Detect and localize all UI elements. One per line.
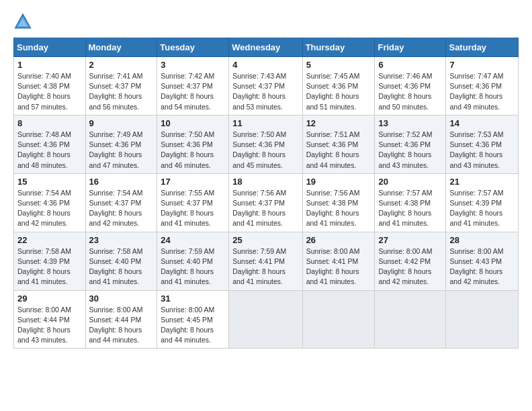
day-number: 27	[378, 235, 442, 245]
table-row: 14Sunrise: 7:53 AMSunset: 4:36 PMDayligh…	[446, 115, 519, 173]
day-number: 17	[161, 177, 225, 187]
day-number: 16	[89, 177, 154, 187]
day-info: Sunrise: 7:59 AMSunset: 4:41 PMDaylight:…	[232, 246, 298, 287]
day-number: 19	[306, 177, 371, 187]
day-info: Sunrise: 7:42 AMSunset: 4:37 PMDaylight:…	[161, 71, 225, 112]
day-number: 7	[449, 60, 515, 70]
table-row: 11Sunrise: 7:50 AMSunset: 4:36 PMDayligh…	[229, 115, 302, 173]
calendar-table: Sunday Monday Tuesday Wednesday Thursday…	[13, 38, 519, 349]
logo-icon	[13, 12, 32, 31]
table-row: 27Sunrise: 8:00 AMSunset: 4:42 PMDayligh…	[375, 232, 446, 290]
day-info: Sunrise: 8:00 AMSunset: 4:45 PMDaylight:…	[161, 305, 225, 346]
day-info: Sunrise: 7:54 AMSunset: 4:36 PMDaylight:…	[17, 188, 82, 229]
day-info: Sunrise: 7:55 AMSunset: 4:37 PMDaylight:…	[161, 188, 225, 229]
table-row: 10Sunrise: 7:50 AMSunset: 4:36 PMDayligh…	[157, 115, 229, 173]
day-number: 1	[17, 60, 82, 70]
day-info: Sunrise: 7:58 AMSunset: 4:40 PMDaylight:…	[89, 246, 154, 287]
table-row: 17Sunrise: 7:55 AMSunset: 4:37 PMDayligh…	[157, 173, 229, 232]
day-number: 13	[378, 118, 442, 128]
day-info: Sunrise: 7:59 AMSunset: 4:40 PMDaylight:…	[161, 246, 225, 287]
day-info: Sunrise: 7:52 AMSunset: 4:36 PMDaylight:…	[378, 130, 442, 171]
day-info: Sunrise: 7:56 AMSunset: 4:37 PMDaylight:…	[232, 188, 298, 229]
table-row	[229, 290, 302, 349]
day-number: 12	[306, 118, 371, 128]
table-row	[375, 290, 446, 349]
day-number: 10	[161, 118, 225, 128]
col-wednesday: Wednesday	[229, 38, 302, 57]
col-monday: Monday	[85, 38, 157, 57]
calendar-row: 8Sunrise: 7:48 AMSunset: 4:36 PMDaylight…	[14, 115, 519, 173]
table-row: 26Sunrise: 8:00 AMSunset: 4:41 PMDayligh…	[302, 232, 375, 290]
table-row: 6Sunrise: 7:46 AMSunset: 4:36 PMDaylight…	[375, 57, 446, 116]
table-row: 19Sunrise: 7:56 AMSunset: 4:38 PMDayligh…	[302, 173, 375, 232]
col-friday: Friday	[375, 38, 446, 57]
day-info: Sunrise: 8:00 AMSunset: 4:44 PMDaylight:…	[17, 305, 82, 346]
day-info: Sunrise: 7:40 AMSunset: 4:38 PMDaylight:…	[17, 71, 82, 112]
table-row: 2Sunrise: 7:41 AMSunset: 4:37 PMDaylight…	[85, 57, 157, 116]
table-row: 23Sunrise: 7:58 AMSunset: 4:40 PMDayligh…	[85, 232, 157, 290]
table-row: 3Sunrise: 7:42 AMSunset: 4:37 PMDaylight…	[157, 57, 229, 116]
day-number: 2	[89, 60, 154, 70]
day-info: Sunrise: 7:51 AMSunset: 4:36 PMDaylight:…	[306, 130, 371, 171]
day-number: 26	[306, 235, 371, 245]
table-row: 28Sunrise: 8:00 AMSunset: 4:43 PMDayligh…	[446, 232, 519, 290]
day-number: 3	[161, 60, 225, 70]
table-row: 31Sunrise: 8:00 AMSunset: 4:45 PMDayligh…	[157, 290, 229, 349]
calendar-row: 22Sunrise: 7:58 AMSunset: 4:39 PMDayligh…	[14, 232, 519, 290]
day-info: Sunrise: 7:48 AMSunset: 4:36 PMDaylight:…	[17, 130, 82, 171]
day-number: 25	[232, 235, 298, 245]
table-row: 8Sunrise: 7:48 AMSunset: 4:36 PMDaylight…	[14, 115, 86, 173]
table-row: 7Sunrise: 7:47 AMSunset: 4:36 PMDaylight…	[446, 57, 519, 116]
day-info: Sunrise: 7:50 AMSunset: 4:36 PMDaylight:…	[161, 130, 225, 171]
day-number: 30	[89, 293, 154, 304]
table-row: 20Sunrise: 7:57 AMSunset: 4:38 PMDayligh…	[375, 173, 446, 232]
table-row: 9Sunrise: 7:49 AMSunset: 4:36 PMDaylight…	[85, 115, 157, 173]
day-number: 22	[17, 235, 82, 245]
calendar-row: 29Sunrise: 8:00 AMSunset: 4:44 PMDayligh…	[14, 290, 519, 349]
day-info: Sunrise: 7:57 AMSunset: 4:39 PMDaylight:…	[449, 188, 515, 229]
day-info: Sunrise: 8:00 AMSunset: 4:41 PMDaylight:…	[306, 246, 371, 287]
day-info: Sunrise: 7:45 AMSunset: 4:36 PMDaylight:…	[306, 71, 371, 112]
day-info: Sunrise: 7:53 AMSunset: 4:36 PMDaylight:…	[449, 130, 515, 171]
day-number: 24	[161, 235, 225, 245]
day-number: 6	[378, 60, 442, 70]
col-thursday: Thursday	[302, 38, 375, 57]
table-row: 25Sunrise: 7:59 AMSunset: 4:41 PMDayligh…	[229, 232, 302, 290]
day-info: Sunrise: 7:57 AMSunset: 4:38 PMDaylight:…	[378, 188, 442, 229]
day-number: 31	[161, 293, 225, 304]
col-tuesday: Tuesday	[157, 38, 229, 57]
table-row: 4Sunrise: 7:43 AMSunset: 4:37 PMDaylight…	[229, 57, 302, 116]
table-row: 5Sunrise: 7:45 AMSunset: 4:36 PMDaylight…	[302, 57, 375, 116]
day-info: Sunrise: 7:43 AMSunset: 4:37 PMDaylight:…	[232, 71, 298, 112]
col-saturday: Saturday	[446, 38, 519, 57]
page: Sunday Monday Tuesday Wednesday Thursday…	[0, 0, 532, 411]
table-row: 13Sunrise: 7:52 AMSunset: 4:36 PMDayligh…	[375, 115, 446, 173]
table-row	[302, 290, 375, 349]
day-number: 8	[17, 118, 82, 128]
day-info: Sunrise: 7:56 AMSunset: 4:38 PMDaylight:…	[306, 188, 371, 229]
day-number: 20	[378, 177, 442, 187]
day-info: Sunrise: 7:46 AMSunset: 4:36 PMDaylight:…	[378, 71, 442, 112]
col-sunday: Sunday	[14, 38, 86, 57]
day-number: 21	[449, 177, 515, 187]
day-info: Sunrise: 7:41 AMSunset: 4:37 PMDaylight:…	[89, 71, 154, 112]
logo	[13, 12, 35, 31]
day-info: Sunrise: 7:54 AMSunset: 4:37 PMDaylight:…	[89, 188, 154, 229]
day-info: Sunrise: 7:50 AMSunset: 4:36 PMDaylight:…	[232, 130, 298, 171]
day-number: 5	[306, 60, 371, 70]
calendar-row: 1Sunrise: 7:40 AMSunset: 4:38 PMDaylight…	[14, 57, 519, 116]
table-row: 12Sunrise: 7:51 AMSunset: 4:36 PMDayligh…	[302, 115, 375, 173]
header-row: Sunday Monday Tuesday Wednesday Thursday…	[14, 38, 519, 57]
table-row: 16Sunrise: 7:54 AMSunset: 4:37 PMDayligh…	[85, 173, 157, 232]
day-number: 23	[89, 235, 154, 245]
day-number: 14	[449, 118, 515, 128]
table-row: 29Sunrise: 8:00 AMSunset: 4:44 PMDayligh…	[14, 290, 86, 349]
day-number: 18	[232, 177, 298, 187]
day-number: 29	[17, 293, 82, 304]
table-row: 24Sunrise: 7:59 AMSunset: 4:40 PMDayligh…	[157, 232, 229, 290]
table-row: 18Sunrise: 7:56 AMSunset: 4:37 PMDayligh…	[229, 173, 302, 232]
day-number: 9	[89, 118, 154, 128]
header	[13, 12, 519, 31]
table-row: 22Sunrise: 7:58 AMSunset: 4:39 PMDayligh…	[14, 232, 86, 290]
calendar-row: 15Sunrise: 7:54 AMSunset: 4:36 PMDayligh…	[14, 173, 519, 232]
